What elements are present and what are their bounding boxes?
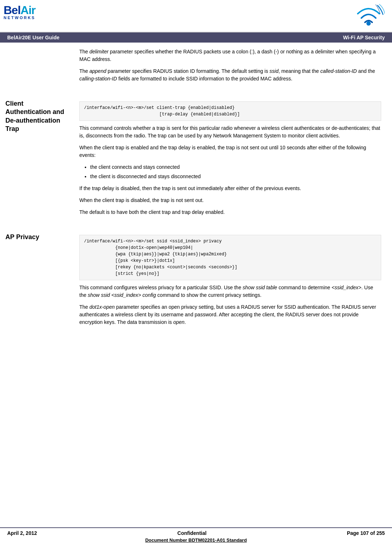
- delimiter-italic: delimiter: [89, 49, 109, 54]
- sidebar-client-auth: Client Authentication and De-authenticat…: [0, 92, 72, 226]
- append-italic: append: [89, 68, 106, 74]
- show-ssid-config-italic: show ssid <ssid_index> config: [88, 292, 156, 298]
- para-trap-delay: When the client trap is enabled and the …: [79, 144, 381, 159]
- client-auth-heading: Client Authentication and De-authenticat…: [5, 100, 67, 133]
- page-footer: April 2, 2012 Confidential Page 107 of 2…: [0, 527, 392, 545]
- para-trap-delay-disabled: If the trap delay is disabled, then the …: [79, 185, 381, 192]
- para-default: The default is to have both the client t…: [79, 208, 381, 216]
- footer-line1: April 2, 2012 Confidential Page 107 of 2…: [0, 528, 392, 537]
- para-trap-control: This command controls whether a trap is …: [79, 124, 381, 140]
- dot1x-open-italic: dot1x-open: [89, 304, 115, 310]
- bullet-disconnects: the client is disconnected and stays dis…: [90, 173, 381, 180]
- para-trap-disabled: When the client trap is disabled, the tr…: [79, 197, 381, 204]
- footer-page: Page 107 of 255: [347, 530, 385, 536]
- para-ap-privacy-desc: This command configures wireless privacy…: [79, 284, 381, 299]
- header-logo-icon: [352, 4, 385, 30]
- title-bar-left: BelAir20E User Guide: [7, 35, 60, 40]
- client-auth-content: /interface/wifi-<n>-<m>/set client-trap …: [72, 92, 392, 226]
- code-block-client-trap: /interface/wifi-<n>-<m>/set client-trap …: [79, 101, 381, 121]
- client-auth-section: Client Authentication and De-authenticat…: [0, 92, 392, 226]
- bullet-list-events: the client connects and stays connected …: [90, 163, 381, 180]
- intro-content: The delimiter parameter specifies whethe…: [72, 43, 392, 92]
- para-append: The append parameter specifies RADIUS st…: [79, 67, 381, 83]
- bullet-connects: the client connects and stays connected: [90, 163, 381, 171]
- footer-date: April 2, 2012: [7, 530, 37, 536]
- logo-text: BelAir: [4, 4, 35, 17]
- svg-point-0: [366, 21, 371, 26]
- ap-privacy-content: /interface/wifi-<n>-<m>/set ssid <ssid_i…: [72, 226, 392, 336]
- ssid-italic: ssid: [269, 68, 278, 74]
- logo: BelAir NETWORKS: [4, 4, 35, 20]
- ap-privacy-section: AP Privacy /interface/wifi-<n>-<m>/set s…: [0, 226, 392, 336]
- para-delimiter: The delimiter parameter specifies whethe…: [79, 48, 381, 63]
- main-content: The delimiter parameter specifies whethe…: [0, 43, 392, 92]
- code-block-ap-privacy: /interface/wifi-<n>-<m>/set ssid <ssid_i…: [79, 235, 381, 280]
- footer-confidential: Confidential: [177, 530, 207, 536]
- ap-privacy-heading: AP Privacy: [5, 233, 67, 241]
- title-bar: BelAir20E User Guide Wi-Fi AP Security: [0, 32, 392, 43]
- footer-doc-number: Document Number BDTM02201-A01 Standard: [0, 537, 392, 545]
- show-ssid-table-italic: show ssid table: [243, 285, 277, 290]
- logo-networks: NETWORKS: [4, 16, 35, 20]
- called-station-italic: called-station-ID: [320, 68, 357, 74]
- page-header: BelAir NETWORKS: [0, 0, 392, 32]
- para-dot1x-open: The dot1x-open parameter specifies an op…: [79, 303, 381, 326]
- footer-spacer: [0, 336, 392, 365]
- sidebar: [0, 43, 72, 92]
- calling-station-italic: calling-station-ID: [79, 76, 117, 82]
- title-bar-right: Wi-Fi AP Security: [343, 35, 385, 40]
- open-italic: open: [173, 319, 184, 325]
- ssid-index-code: <ssid_index>: [332, 285, 362, 290]
- sidebar-ap-privacy: AP Privacy: [0, 226, 72, 336]
